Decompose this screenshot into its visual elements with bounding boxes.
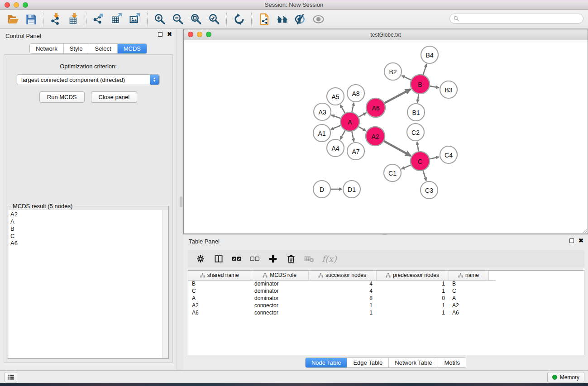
task-history-button[interactable] xyxy=(5,372,17,382)
mcds-result-item[interactable]: C xyxy=(10,233,166,240)
mcds-result-item[interactable]: A2 xyxy=(10,211,166,218)
criterion-select[interactable]: largest connected component (directed) ▲… xyxy=(17,74,160,85)
table-settings-gear-button[interactable] xyxy=(192,252,209,266)
close-window-button[interactable] xyxy=(5,2,10,8)
edge-A2-C[interactable] xyxy=(384,141,411,156)
result-scrollbar[interactable] xyxy=(162,210,168,358)
node-A[interactable]: A xyxy=(340,112,359,131)
node-B3[interactable]: B3 xyxy=(440,81,457,98)
network-canvas[interactable]: B4B2BB3A5A8A6B1A3AC2A1A2A4A7C4CC1C3DD1 xyxy=(184,41,588,234)
table-cell[interactable]: A xyxy=(188,295,251,302)
show-hide-graphics-details-button[interactable] xyxy=(291,12,309,27)
table-cell[interactable]: A2 xyxy=(188,302,251,309)
apply-layout-button[interactable] xyxy=(230,12,248,27)
table-cell[interactable]: connector xyxy=(251,302,308,309)
node-A5[interactable]: A5 xyxy=(327,88,344,105)
table-close-panel-icon[interactable]: ✖ xyxy=(578,238,583,243)
edge-A-A1[interactable] xyxy=(331,125,341,129)
tab-select[interactable]: Select xyxy=(89,44,118,53)
tab-network[interactable]: Network xyxy=(30,44,64,53)
node-A3[interactable]: A3 xyxy=(314,103,331,120)
close-panel-button[interactable]: Close panel xyxy=(91,91,138,103)
edge-C-C1[interactable] xyxy=(402,165,411,169)
edge-A-A6[interactable] xyxy=(359,113,366,117)
table-cell[interactable]: C xyxy=(449,287,488,295)
node-B[interactable]: B xyxy=(411,75,430,94)
node-B1[interactable]: B1 xyxy=(407,104,425,121)
node-D1[interactable]: D1 xyxy=(343,181,360,198)
table-cell[interactable]: 1 xyxy=(376,280,449,287)
table-cell[interactable]: 4 xyxy=(308,280,376,287)
edge-A6-B[interactable] xyxy=(384,89,411,103)
node-C[interactable]: C xyxy=(411,152,430,171)
node-C2[interactable]: C2 xyxy=(407,124,424,141)
network-close-button[interactable] xyxy=(188,32,193,37)
vertical-splitter-handle[interactable] xyxy=(180,196,182,207)
show-columns-button[interactable] xyxy=(210,252,227,266)
node-B2[interactable]: B2 xyxy=(384,63,402,80)
table-cell[interactable]: 1 xyxy=(376,302,449,309)
node-A6[interactable]: A6 xyxy=(366,98,385,117)
edge-B-B4[interactable] xyxy=(423,64,427,75)
edge-B-B3[interactable] xyxy=(430,86,439,88)
memory-button[interactable]: Memory xyxy=(547,372,584,382)
table-row[interactable]: A2connector11A2 xyxy=(188,302,496,309)
table-cell[interactable]: dominator xyxy=(251,287,308,295)
column-header-shared-name[interactable]: shared name xyxy=(188,271,251,280)
tab-motifs[interactable]: Motifs xyxy=(438,358,466,367)
edge-A-A5[interactable] xyxy=(340,105,345,113)
table-cell[interactable]: 1 xyxy=(376,287,449,295)
table-cell[interactable]: A2 xyxy=(449,302,488,309)
table-float-panel-icon[interactable] xyxy=(569,238,574,243)
table-cell[interactable]: connector xyxy=(251,309,308,316)
select-all-columns-button[interactable] xyxy=(229,252,245,266)
resize-grip-icon[interactable] xyxy=(583,229,587,233)
table-row[interactable]: Bdominator41B xyxy=(188,280,496,287)
table-cell[interactable]: B xyxy=(188,280,251,287)
column-header-predecessor-nodes[interactable]: predecessor nodes xyxy=(376,271,449,280)
node-A2[interactable]: A2 xyxy=(366,127,385,146)
mcds-result-item[interactable]: A xyxy=(10,218,166,225)
save-session-button[interactable] xyxy=(22,12,40,27)
add-column-button[interactable] xyxy=(265,252,281,266)
edge-A-A7[interactable] xyxy=(352,132,354,142)
edge-C-C2[interactable] xyxy=(417,142,418,151)
network-zoom-button[interactable] xyxy=(206,32,211,37)
table-cell[interactable]: A xyxy=(449,295,488,302)
node-C4[interactable]: C4 xyxy=(440,146,457,163)
zoom-out-button[interactable] xyxy=(169,12,187,27)
node-C1[interactable]: C1 xyxy=(384,164,401,181)
edge-A-A8[interactable] xyxy=(352,103,354,112)
minimize-window-button[interactable] xyxy=(14,2,19,8)
tab-mcds[interactable]: MCDS xyxy=(118,44,147,53)
edge-A-A2[interactable] xyxy=(359,127,366,131)
table-cell[interactable]: A6 xyxy=(188,309,251,316)
node-A8[interactable]: A8 xyxy=(347,85,364,102)
table-row[interactable]: Cdominator41C xyxy=(188,287,496,295)
table-cell[interactable]: 1 xyxy=(308,302,376,309)
table-cell[interactable]: C xyxy=(188,287,251,295)
import-table-from-file-button[interactable] xyxy=(65,12,83,27)
home-button[interactable] xyxy=(273,12,291,27)
run-mcds-button[interactable]: Run MCDS xyxy=(39,91,85,103)
table-cell[interactable]: dominator xyxy=(251,295,308,302)
edge-B-B2[interactable] xyxy=(402,76,411,80)
new-network-from-file-button[interactable] xyxy=(255,12,273,27)
zoom-fit-button[interactable] xyxy=(187,12,205,27)
table-cell[interactable]: 1 xyxy=(308,309,376,316)
tab-edge-table[interactable]: Edge Table xyxy=(347,358,389,367)
tab-style[interactable]: Style xyxy=(64,44,89,53)
mcds-result-item[interactable]: B xyxy=(10,225,166,233)
node-A1[interactable]: A1 xyxy=(313,124,330,142)
mcds-result-item[interactable]: A6 xyxy=(10,240,166,247)
deselect-all-columns-button[interactable] xyxy=(247,252,263,266)
table-cell[interactable]: 1 xyxy=(376,309,449,316)
export-image-button[interactable] xyxy=(126,12,144,27)
table-cell[interactable]: 4 xyxy=(308,287,376,295)
zoom-window-button[interactable] xyxy=(23,2,28,8)
close-panel-icon[interactable]: ✖ xyxy=(167,32,172,37)
edge-C-C3[interactable] xyxy=(423,171,426,181)
table-row[interactable]: Adominator80A xyxy=(188,295,496,302)
tab-network-table[interactable]: Network Table xyxy=(389,358,438,367)
table-row[interactable]: A6connector11A6 xyxy=(188,309,496,316)
